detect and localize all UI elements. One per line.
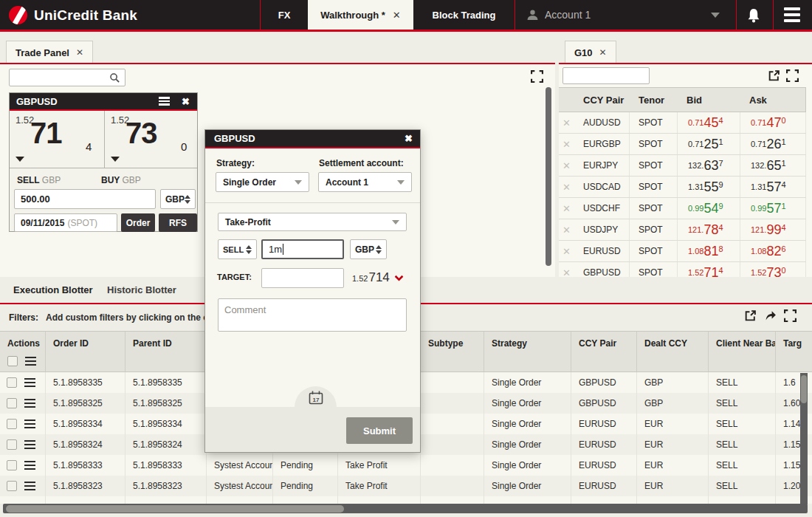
calendar-reveal[interactable]: 17 (295, 386, 337, 408)
strategy-select[interactable]: Single Order (216, 172, 309, 192)
col-ccy-pair[interactable]: CCY Pair (574, 95, 630, 106)
nav-tab-fx[interactable]: FX (261, 0, 308, 30)
ask-price-cell[interactable]: 1.08826 (740, 241, 806, 261)
row-checkbox[interactable] (7, 398, 17, 408)
dialog-titlebar[interactable]: GBPUSD ✖ (205, 130, 420, 148)
remove-quote-icon[interactable]: ✕ (559, 112, 574, 133)
account-selector[interactable]: Account 1 (515, 0, 736, 30)
submit-button[interactable]: Submit (346, 417, 413, 444)
col-ccy-pair[interactable]: CCY Pair (571, 332, 637, 372)
col-parent-id[interactable]: Parent ID (125, 332, 207, 372)
fullscreen-button[interactable] (784, 309, 796, 322)
nav-tab-block-trading[interactable]: Block Trading (413, 0, 515, 30)
scrollbar-thumb[interactable] (801, 375, 807, 403)
row-menu-icon[interactable] (24, 461, 35, 470)
row-checkbox[interactable] (7, 419, 17, 429)
remove-quote-icon[interactable]: ✕ (559, 134, 574, 154)
close-icon[interactable]: ✖ (182, 96, 190, 107)
main-menu-button[interactable] (784, 7, 800, 22)
amount-input[interactable]: 500.00 (14, 189, 156, 209)
settlement-account-select[interactable]: Account 1 (318, 172, 412, 192)
col-client-near[interactable]: Client Near Bas (709, 332, 776, 372)
comment-textarea[interactable] (218, 298, 407, 332)
ask-price-cell[interactable]: 0.71261 (740, 134, 806, 154)
remove-quote-icon[interactable]: ✕ (559, 155, 574, 176)
bid-price-cell[interactable]: 0.71454 (678, 112, 740, 133)
tab-g10[interactable]: G10 ✕ (565, 41, 616, 64)
ask-price-cell[interactable]: 121.994 (740, 219, 806, 240)
remove-quote-icon[interactable]: ✕ (559, 177, 574, 197)
ccy-pair-cell: GBPUSD (571, 393, 637, 414)
row-menu-icon[interactable] (24, 399, 35, 408)
bid-price-cell[interactable]: 0.71251 (678, 134, 740, 154)
col-bid[interactable]: Bid (678, 95, 740, 106)
currency-stepper[interactable]: GBP (160, 189, 196, 209)
row-menu-icon[interactable] (24, 378, 35, 388)
row-checkbox[interactable] (7, 460, 17, 470)
col-ask[interactable]: Ask (740, 95, 806, 106)
col-subtype[interactable]: Subtype (421, 332, 484, 372)
side-stepper[interactable]: SELL (218, 239, 257, 259)
remove-quote-icon[interactable]: ✕ (559, 241, 574, 261)
col-order-id[interactable]: Order ID (46, 332, 125, 372)
order-amount-input[interactable]: 1m (261, 239, 344, 259)
select-all-checkbox[interactable] (7, 356, 18, 366)
row-menu-icon[interactable] (24, 482, 35, 491)
close-icon[interactable]: ✖ (405, 133, 413, 144)
tab-historic-blotter[interactable]: Historic Blotter (107, 284, 176, 295)
target-rate-input[interactable] (261, 268, 344, 288)
remove-quote-icon[interactable]: ✕ (559, 262, 574, 277)
rfs-button[interactable]: RFS (159, 213, 197, 232)
bid-price-cell[interactable]: 121.784 (678, 219, 740, 240)
value-date-input[interactable]: 09/11/2015 (SPOT) (14, 213, 117, 232)
actions-menu-icon[interactable] (25, 357, 36, 366)
col-dealt-ccy[interactable]: Dealt CCY (637, 332, 709, 372)
order-button[interactable]: Order (121, 213, 155, 232)
row-menu-icon[interactable] (24, 440, 35, 450)
bid-price-cell[interactable]: 0.99549 (678, 198, 740, 219)
col-target[interactable]: Targ (776, 332, 812, 372)
sell-price-button[interactable]: 1.52 71 4 (10, 111, 103, 168)
instrument-search-input[interactable] (9, 69, 125, 86)
bid-price-cell[interactable]: 132.637 (678, 155, 740, 176)
bid-price-cell[interactable]: 1.31559 (678, 177, 740, 197)
close-icon[interactable]: ✕ (599, 47, 607, 58)
ask-price-cell[interactable]: 132.651 (740, 155, 806, 176)
tab-execution-blotter[interactable]: Execution Blotter (13, 284, 93, 295)
share-button[interactable] (764, 309, 777, 322)
popout-button[interactable] (744, 309, 757, 322)
nav-tab-walkthrough[interactable]: Walkthrough * ✕ (308, 0, 413, 30)
buy-price-button[interactable]: 1.52 73 0 (104, 111, 198, 168)
remove-quote-icon[interactable]: ✕ (559, 198, 574, 219)
bid-price-cell[interactable]: 1.52714 (678, 262, 740, 277)
row-checkbox[interactable] (7, 439, 17, 450)
blotter-vertical-scrollbar[interactable] (800, 373, 808, 504)
ask-price-cell[interactable]: 0.71470 (740, 112, 806, 133)
tab-trade-panel[interactable]: Trade Panel ✕ (6, 41, 93, 64)
live-rate[interactable]: 1.52 714 (352, 270, 404, 285)
fullscreen-button[interactable] (786, 69, 799, 82)
popout-button[interactable] (768, 69, 780, 82)
scrollbar-thumb[interactable] (6, 505, 344, 513)
row-menu-icon[interactable] (24, 420, 35, 429)
g10-search-input[interactable] (562, 67, 650, 84)
col-tenor[interactable]: Tenor (630, 95, 678, 106)
tile-menu-icon[interactable] (159, 97, 170, 106)
close-icon[interactable]: ✕ (393, 10, 401, 21)
col-strategy[interactable]: Strategy (484, 332, 571, 372)
ask-price-cell[interactable]: 0.99571 (740, 198, 806, 219)
order-type-select[interactable]: Take-Profit (218, 213, 407, 231)
ask-price-cell[interactable]: 1.52730 (740, 262, 806, 277)
row-checkbox[interactable] (7, 481, 17, 491)
trade-panel-scrollbar[interactable] (546, 87, 551, 266)
close-icon[interactable]: ✕ (76, 47, 83, 58)
remove-quote-icon[interactable]: ✕ (559, 219, 574, 240)
row-checkbox[interactable] (7, 377, 17, 388)
notifications-button[interactable] (746, 7, 762, 24)
fullscreen-button[interactable] (531, 70, 543, 83)
order-currency-stepper[interactable]: GBP (350, 239, 387, 259)
order-type-cell (338, 496, 421, 504)
bid-price-cell[interactable]: 1.08818 (678, 241, 740, 261)
ask-price-cell[interactable]: 1.31574 (740, 177, 806, 197)
blotter-horizontal-scrollbar[interactable] (3, 504, 808, 513)
